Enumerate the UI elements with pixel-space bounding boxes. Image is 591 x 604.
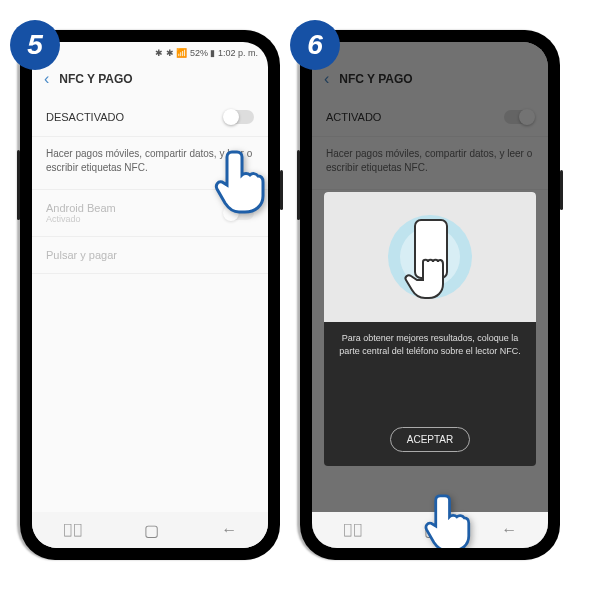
- pointer-hand-icon: [212, 144, 268, 214]
- step-badge: 5: [10, 20, 60, 70]
- tap-pay-label: Pulsar y pagar: [46, 249, 117, 261]
- screen: ‹ NFC Y PAGO ACTIVADO Hacer pagos móvile…: [312, 42, 548, 548]
- nfc-illustration: [324, 192, 536, 322]
- nfc-toggle-row[interactable]: DESACTIVADO: [32, 98, 268, 137]
- home-button[interactable]: ▢: [144, 521, 159, 540]
- step-badge: 6: [290, 20, 340, 70]
- nav-bar: ⌷⌷ ▢ ←: [32, 512, 268, 548]
- status-bar: ✱ ✱ 📶 52% ▮ 1:02 p. m.: [32, 42, 268, 60]
- step-6: 6 ‹ NFC Y PAGO ACTIVADO Hacer pagos móvi…: [300, 30, 560, 560]
- phone-frame: ✱ ✱ 📶 52% ▮ 1:02 p. m. ‹ NFC Y PAGO DESA…: [20, 30, 280, 560]
- toggle-switch: [504, 110, 534, 124]
- recents-button[interactable]: ⌷⌷: [343, 521, 363, 539]
- page-header: ‹ NFC Y PAGO: [32, 60, 268, 98]
- beam-label: Android Beam: [46, 202, 116, 214]
- page-title: NFC Y PAGO: [59, 72, 132, 86]
- step-5: 5 ✱ ✱ 📶 52% ▮ 1:02 p. m. ‹ NFC Y PAGO DE…: [20, 30, 280, 560]
- nfc-toggle-row: ACTIVADO: [312, 98, 548, 137]
- nfc-state-label: ACTIVADO: [326, 111, 381, 123]
- nfc-state-label: DESACTIVADO: [46, 111, 124, 123]
- nfc-modal: Para obtener mejores resultados, coloque…: [324, 192, 536, 466]
- recents-button[interactable]: ⌷⌷: [63, 521, 83, 539]
- back-button[interactable]: ←: [501, 521, 517, 539]
- toggle-switch[interactable]: [224, 110, 254, 124]
- page-title: NFC Y PAGO: [339, 72, 412, 86]
- beam-status: Activado: [46, 214, 116, 224]
- phone-frame: ‹ NFC Y PAGO ACTIVADO Hacer pagos móvile…: [300, 30, 560, 560]
- accept-button[interactable]: ACEPTAR: [390, 427, 471, 452]
- nfc-description: Hacer pagos móviles, compartir datos, y …: [312, 137, 548, 190]
- back-icon: ‹: [324, 70, 329, 88]
- status-bar: [312, 42, 548, 60]
- modal-text: Para obtener mejores resultados, coloque…: [324, 322, 536, 367]
- back-icon[interactable]: ‹: [44, 70, 49, 88]
- back-button[interactable]: ←: [221, 521, 237, 539]
- screen: ✱ ✱ 📶 52% ▮ 1:02 p. m. ‹ NFC Y PAGO DESA…: [32, 42, 268, 548]
- tap-and-pay-row: Pulsar y pagar: [32, 237, 268, 274]
- pointer-hand-icon: [422, 488, 477, 548]
- page-header: ‹ NFC Y PAGO: [312, 60, 548, 98]
